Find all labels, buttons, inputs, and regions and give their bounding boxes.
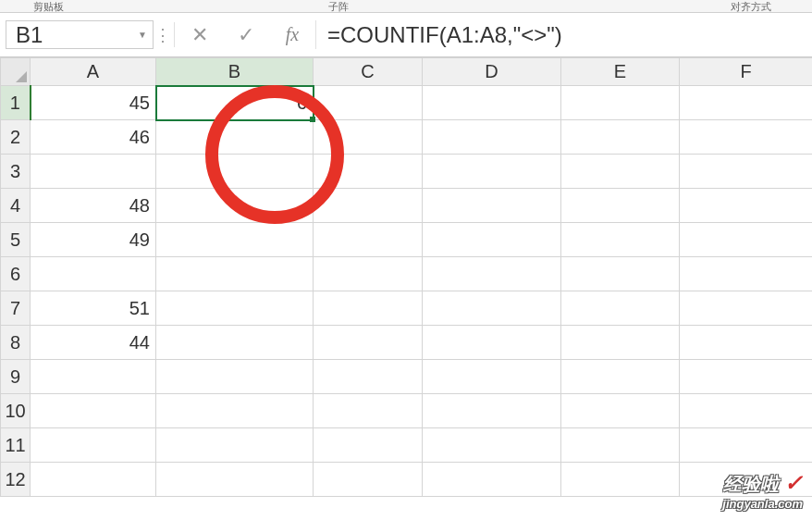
cell-f8[interactable] <box>680 326 813 360</box>
spreadsheet-grid[interactable]: A B C D E F 1 45 6 2 46 3 <box>0 57 812 497</box>
cell-c12[interactable] <box>314 463 423 497</box>
row-header-8[interactable]: 8 <box>1 326 31 360</box>
cell-f4[interactable] <box>680 189 813 223</box>
cell-a11[interactable] <box>31 428 156 463</box>
cell-a8[interactable]: 44 <box>31 326 156 360</box>
cell-b7[interactable] <box>156 291 314 326</box>
cell-f10[interactable] <box>680 394 813 428</box>
row-header-9[interactable]: 9 <box>1 360 31 394</box>
cell-c1[interactable] <box>314 86 423 120</box>
cell-e8[interactable] <box>561 326 680 360</box>
cell-a3[interactable] <box>31 155 156 189</box>
cell-f3[interactable] <box>680 155 813 189</box>
name-box[interactable]: B1 ▼ <box>6 20 154 49</box>
cell-e11[interactable] <box>561 428 680 463</box>
cell-c3[interactable] <box>314 155 423 189</box>
row-header-1[interactable]: 1 <box>1 86 31 120</box>
col-header-a[interactable]: A <box>31 58 156 86</box>
cell-e9[interactable] <box>561 360 680 394</box>
cell-b9[interactable] <box>156 360 314 394</box>
cell-f5[interactable] <box>680 223 813 257</box>
cancel-icon[interactable]: ✕ <box>177 13 223 56</box>
cell-b6[interactable] <box>156 257 314 291</box>
confirm-icon[interactable]: ✓ <box>223 13 269 56</box>
cell-d1[interactable] <box>423 86 561 120</box>
select-all-corner[interactable] <box>1 58 31 86</box>
cell-a5[interactable]: 49 <box>31 223 156 257</box>
cell-b10[interactable] <box>156 394 314 428</box>
cell-d9[interactable] <box>423 360 561 394</box>
row-header-12[interactable]: 12 <box>1 463 31 497</box>
cell-f6[interactable] <box>680 257 813 291</box>
cell-c6[interactable] <box>314 257 423 291</box>
cell-e5[interactable] <box>561 223 680 257</box>
cell-d6[interactable] <box>423 257 561 291</box>
cell-b1[interactable]: 6 <box>156 86 314 120</box>
cell-b4[interactable] <box>156 189 314 223</box>
row-header-2[interactable]: 2 <box>1 120 31 155</box>
cell-f12[interactable] <box>680 463 813 497</box>
cell-b2[interactable] <box>156 120 314 155</box>
row-header-10[interactable]: 10 <box>1 394 31 428</box>
cell-f7[interactable] <box>680 291 813 326</box>
cell-d7[interactable] <box>423 291 561 326</box>
col-header-c[interactable]: C <box>314 58 423 86</box>
cell-c8[interactable] <box>314 326 423 360</box>
cell-d11[interactable] <box>423 428 561 463</box>
col-header-e[interactable]: E <box>561 58 680 86</box>
formula-input[interactable]: =COUNTIF(A1:A8,"<>") <box>315 20 806 49</box>
col-header-f[interactable]: F <box>680 58 813 86</box>
cell-e10[interactable] <box>561 394 680 428</box>
cell-b12[interactable] <box>156 463 314 497</box>
row-header-3[interactable]: 3 <box>1 155 31 189</box>
cell-f2[interactable] <box>680 120 813 155</box>
cell-b3[interactable] <box>156 155 314 189</box>
cell-a12[interactable] <box>31 463 156 497</box>
cell-e7[interactable] <box>561 291 680 326</box>
cell-b8[interactable] <box>156 326 314 360</box>
fx-icon[interactable]: fx <box>269 13 315 56</box>
cell-c9[interactable] <box>314 360 423 394</box>
divider <box>174 22 175 47</box>
row-header-4[interactable]: 4 <box>1 189 31 223</box>
cell-f9[interactable] <box>680 360 813 394</box>
cell-d4[interactable] <box>423 189 561 223</box>
cell-c2[interactable] <box>314 120 423 155</box>
cell-e4[interactable] <box>561 189 680 223</box>
row-header-5[interactable]: 5 <box>1 223 31 257</box>
cell-a10[interactable] <box>31 394 156 428</box>
cell-d2[interactable] <box>423 120 561 155</box>
col-header-d[interactable]: D <box>423 58 561 86</box>
row-header-6[interactable]: 6 <box>1 257 31 291</box>
cell-a6[interactable] <box>31 257 156 291</box>
row-header-11[interactable]: 11 <box>1 428 31 463</box>
cell-e2[interactable] <box>561 120 680 155</box>
col-header-b[interactable]: B <box>156 58 314 86</box>
cell-c5[interactable] <box>314 223 423 257</box>
cell-b11[interactable] <box>156 428 314 463</box>
cell-a1[interactable]: 45 <box>31 86 156 120</box>
cell-a4[interactable]: 48 <box>31 189 156 223</box>
cell-a7[interactable]: 51 <box>31 291 156 326</box>
formula-bar: B1 ▼ ⋮ ✕ ✓ fx =COUNTIF(A1:A8,"<>") <box>0 13 812 57</box>
cell-d5[interactable] <box>423 223 561 257</box>
cell-e1[interactable] <box>561 86 680 120</box>
cell-c10[interactable] <box>314 394 423 428</box>
cell-f11[interactable] <box>680 428 813 463</box>
cell-e6[interactable] <box>561 257 680 291</box>
cell-c4[interactable] <box>314 189 423 223</box>
row-header-7[interactable]: 7 <box>1 291 31 326</box>
cell-c7[interactable] <box>314 291 423 326</box>
cell-d12[interactable] <box>423 463 561 497</box>
cell-a2[interactable]: 46 <box>31 120 156 155</box>
cell-d3[interactable] <box>423 155 561 189</box>
cell-b5[interactable] <box>156 223 314 257</box>
chevron-down-icon[interactable]: ▼ <box>138 30 147 40</box>
cell-c11[interactable] <box>314 428 423 463</box>
cell-e12[interactable] <box>561 463 680 497</box>
cell-f1[interactable] <box>680 86 813 120</box>
cell-e3[interactable] <box>561 155 680 189</box>
cell-d10[interactable] <box>423 394 561 428</box>
cell-d8[interactable] <box>423 326 561 360</box>
cell-a9[interactable] <box>31 360 156 394</box>
